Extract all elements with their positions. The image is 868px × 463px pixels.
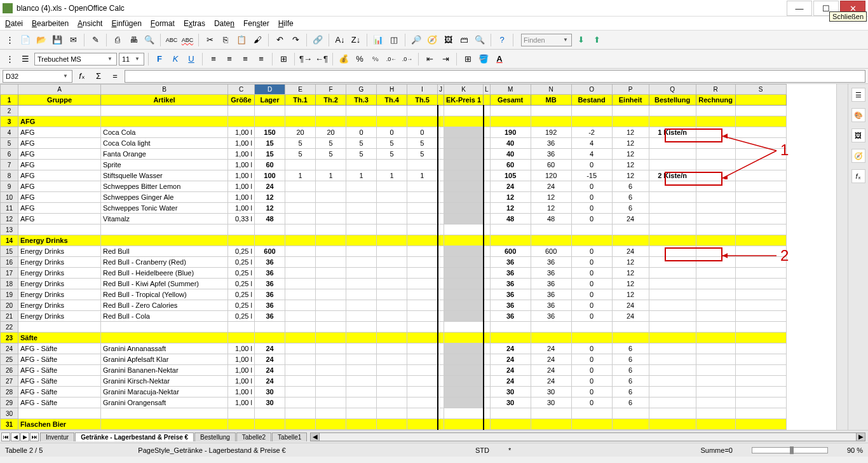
cell-O31[interactable] xyxy=(571,419,612,430)
row-header[interactable]: 24 xyxy=(1,343,18,354)
cell-J8[interactable] xyxy=(438,170,444,181)
cell-I16[interactable] xyxy=(407,257,438,268)
cell-D26[interactable]: 24 xyxy=(255,365,285,376)
grip-icon[interactable]: ⋮ xyxy=(3,33,17,47)
cell-H27[interactable] xyxy=(377,376,407,387)
cell-B27[interactable]: Granini Kirsch-Nektar xyxy=(101,376,228,387)
horizontal-scrollbar[interactable]: ◀▶ xyxy=(310,432,865,441)
cell-N11[interactable]: 12 xyxy=(531,203,571,214)
cell-C2[interactable] xyxy=(228,106,255,116)
cell-F31[interactable] xyxy=(316,419,346,430)
cell-H9[interactable] xyxy=(377,181,407,192)
cell-K30[interactable] xyxy=(444,408,484,419)
row-header[interactable]: 8 xyxy=(1,170,18,181)
cell-H18[interactable] xyxy=(377,279,407,289)
currency-icon[interactable]: 💰 xyxy=(337,52,351,66)
cell-M10[interactable]: 12 xyxy=(490,192,531,203)
cell-A11[interactable]: AFG xyxy=(18,203,101,214)
cell-S1[interactable] xyxy=(735,95,786,106)
cell-B15[interactable]: Red Bull xyxy=(101,246,228,257)
cell-S30[interactable] xyxy=(735,408,786,419)
cell-N28[interactable]: 30 xyxy=(531,387,571,397)
cell-P31[interactable] xyxy=(612,419,649,430)
cell-B14[interactable] xyxy=(101,235,228,246)
cell-C26[interactable]: 1,00 l xyxy=(228,365,255,376)
cell-F7[interactable] xyxy=(316,160,346,170)
cell-G4[interactable]: 0 xyxy=(346,127,377,138)
cell-B30[interactable] xyxy=(101,408,228,419)
function-wizard-icon[interactable]: fₓ xyxy=(75,69,89,83)
cell-S29[interactable] xyxy=(735,397,786,408)
cell-A8[interactable]: AFG xyxy=(18,170,101,181)
cell-B29[interactable]: Granini Orangensaft xyxy=(101,397,228,408)
cell-O30[interactable] xyxy=(571,408,612,419)
tab-first-icon[interactable]: ⏮ xyxy=(1,432,10,441)
cell-F8[interactable]: 1 xyxy=(316,170,346,181)
equals-icon[interactable]: = xyxy=(108,69,122,83)
cell-K13[interactable] xyxy=(444,225,484,235)
cell-H26[interactable] xyxy=(377,365,407,376)
cell-A28[interactable]: AFG - Säfte xyxy=(18,387,101,397)
cell-S11[interactable] xyxy=(735,203,786,214)
sidebar-properties-icon[interactable]: ☰ xyxy=(851,88,865,102)
cell-P9[interactable]: 6 xyxy=(612,181,649,192)
cell-S20[interactable] xyxy=(735,300,786,311)
cell-E17[interactable] xyxy=(285,268,316,279)
cell-N4[interactable]: 192 xyxy=(531,127,571,138)
cell-E23[interactable] xyxy=(285,333,316,343)
cell-D8[interactable]: 100 xyxy=(255,170,285,181)
cell-P18[interactable]: 12 xyxy=(612,279,649,289)
cell-K17[interactable] xyxy=(444,268,484,279)
cell-H12[interactable] xyxy=(377,214,407,225)
cell-L28[interactable] xyxy=(484,387,491,397)
cell-B4[interactable]: Coca Cola xyxy=(101,127,228,138)
cell-C8[interactable]: 1,00 l xyxy=(228,170,255,181)
cell-K27[interactable] xyxy=(444,376,484,387)
cell-Q9[interactable] xyxy=(649,181,696,192)
cell-G6[interactable]: 5 xyxy=(346,149,377,160)
cell-R22[interactable] xyxy=(696,322,735,333)
cell-J23[interactable] xyxy=(438,333,444,343)
cell-P29[interactable]: 6 xyxy=(612,397,649,408)
cell-G30[interactable] xyxy=(346,408,377,419)
cell-D17[interactable]: 36 xyxy=(255,268,285,279)
cell-A1[interactable]: Gruppe xyxy=(18,95,101,106)
cell-P3[interactable] xyxy=(612,116,649,127)
cell-F25[interactable] xyxy=(316,354,346,365)
cell-C15[interactable]: 0,25 l xyxy=(228,246,255,257)
cell-D27[interactable]: 24 xyxy=(255,376,285,387)
cell-I15[interactable] xyxy=(407,246,438,257)
cell-G16[interactable] xyxy=(346,257,377,268)
cell-N23[interactable] xyxy=(531,333,571,343)
cell-N9[interactable]: 24 xyxy=(531,181,571,192)
column-header-B[interactable]: B xyxy=(101,85,228,95)
cell-R25[interactable] xyxy=(696,354,735,365)
cell-N8[interactable]: 120 xyxy=(531,170,571,181)
cell-O29[interactable]: 0 xyxy=(571,397,612,408)
cell-K21[interactable] xyxy=(444,311,484,322)
cell-O9[interactable]: 0 xyxy=(571,181,612,192)
print-icon[interactable]: 🖶 xyxy=(126,33,140,47)
cell-N18[interactable]: 36 xyxy=(531,279,571,289)
cell-I22[interactable] xyxy=(407,322,438,333)
merge-cells-icon[interactable]: ⊞ xyxy=(276,52,290,66)
cell-I11[interactable] xyxy=(407,203,438,214)
cell-P20[interactable]: 24 xyxy=(612,300,649,311)
cell-Q18[interactable] xyxy=(649,279,696,289)
cell-J4[interactable] xyxy=(438,127,444,138)
row-header[interactable]: 20 xyxy=(1,300,18,311)
cell-Q30[interactable] xyxy=(649,408,696,419)
cell-N22[interactable] xyxy=(531,322,571,333)
cell-H6[interactable]: 5 xyxy=(377,149,407,160)
cell-L6[interactable] xyxy=(484,149,491,160)
find-icon[interactable]: 🔎 xyxy=(409,33,423,47)
cell-F18[interactable] xyxy=(316,279,346,289)
cell-M21[interactable]: 36 xyxy=(490,311,531,322)
cell-P7[interactable]: 12 xyxy=(612,160,649,170)
cell-R16[interactable] xyxy=(696,257,735,268)
cell-P15[interactable]: 24 xyxy=(612,246,649,257)
cell-R7[interactable] xyxy=(696,160,735,170)
cell-J14[interactable] xyxy=(438,235,444,246)
cell-G14[interactable] xyxy=(346,235,377,246)
cell-R19[interactable] xyxy=(696,289,735,300)
